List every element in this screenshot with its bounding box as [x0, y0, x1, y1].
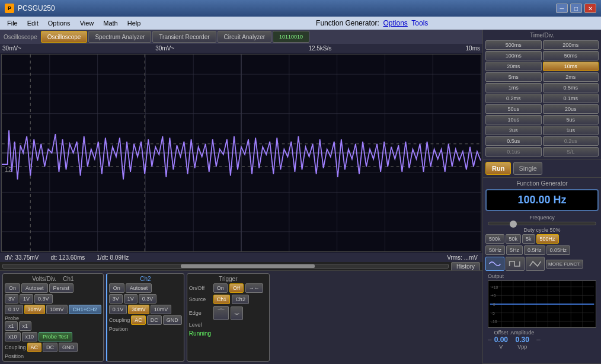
freq-50k[interactable]: 50k: [506, 234, 522, 244]
menu-view[interactable]: View: [75, 18, 99, 28]
menu-help[interactable]: Help: [123, 18, 146, 28]
time-500ms[interactable]: 500ms: [485, 40, 542, 50]
trigger-edge-fall-button[interactable]: ⌣: [231, 306, 243, 320]
ch1-ac-button[interactable]: AC: [27, 343, 42, 352]
minimize-button[interactable]: ─: [556, 4, 568, 13]
time-10us[interactable]: 10us: [485, 115, 542, 124]
ch2-30mv-button[interactable]: 30mV: [128, 305, 149, 314]
ch1-on-button[interactable]: On: [5, 283, 20, 293]
freq-5hz[interactable]: 5Hz: [506, 245, 523, 255]
ch1-3v-button[interactable]: 3V: [5, 294, 18, 304]
ch1-03v-button[interactable]: 0.3V: [34, 294, 53, 304]
amplitude-box: Amplitude 0.30 Vpp: [510, 330, 534, 350]
probe-x1-a-button[interactable]: x1: [5, 321, 18, 331]
probe-x10-b-button[interactable]: x10: [22, 332, 38, 341]
ch2-01v-button[interactable]: 0.1V: [109, 305, 127, 314]
time-2ms[interactable]: 2ms: [543, 72, 599, 82]
ch2-03v-button[interactable]: 0.3V: [139, 294, 157, 304]
trigger-ch2-button[interactable]: Ch2: [232, 295, 249, 304]
time-05ms[interactable]: 0.5ms: [543, 83, 599, 92]
trigger-ch1-button[interactable]: Ch1: [213, 295, 231, 304]
time-100ms[interactable]: 100ms: [485, 51, 542, 60]
history-button[interactable]: History: [451, 262, 480, 271]
time-200ms[interactable]: 200ms: [543, 40, 599, 50]
ch2-ac-button[interactable]: AC: [131, 315, 146, 325]
ch1-dc-button[interactable]: DC: [43, 343, 57, 352]
time-5us[interactable]: 5us: [543, 115, 599, 124]
time-1us[interactable]: 1us: [543, 126, 599, 135]
func-gen-tools-link[interactable]: Tools: [411, 19, 428, 27]
ch2-10mv-button[interactable]: 10mV: [151, 305, 172, 314]
freq-5k[interactable]: 5k: [522, 234, 535, 244]
menu-math[interactable]: Math: [98, 18, 122, 28]
ch2-1v-button[interactable]: 1V: [124, 294, 138, 304]
probe-x10-a-button[interactable]: x10: [5, 332, 21, 341]
ch1-autoset-button[interactable]: Autoset: [21, 283, 48, 293]
trigger-status: Running: [189, 330, 211, 337]
ch2-3v-button[interactable]: 3V: [109, 294, 123, 304]
tab-transient[interactable]: Transient Recorder: [152, 31, 216, 43]
ch1-1v-button[interactable]: 1V: [20, 294, 33, 304]
ch1-gnd-button[interactable]: GND: [59, 343, 78, 352]
ch2-autoset-button[interactable]: Autoset: [126, 283, 152, 293]
time-01ms[interactable]: 0.1ms: [543, 94, 599, 103]
wave-triangle-button[interactable]: [526, 257, 545, 271]
freq-slider[interactable]: [488, 222, 596, 225]
maximize-button[interactable]: □: [570, 4, 582, 13]
time-50us[interactable]: 50us: [485, 104, 542, 114]
ch1-01v-button[interactable]: 0.1V: [5, 305, 23, 314]
ch2-position-row: Position: [109, 326, 182, 332]
trigger-on-button[interactable]: On: [213, 283, 228, 293]
ch1-label: Volts/Div. Ch1: [5, 276, 101, 282]
trigger-arrow-button[interactable]: →←: [245, 283, 263, 293]
time-50ms[interactable]: 50ms: [543, 51, 599, 60]
menu-file[interactable]: File: [2, 18, 23, 28]
menu-options[interactable]: Options: [43, 18, 75, 28]
ch1-10mv-button[interactable]: 10mV: [46, 305, 68, 314]
time-10ms[interactable]: 10ms: [543, 62, 599, 71]
close-button[interactable]: ✕: [584, 4, 596, 13]
ch1-30mv-button[interactable]: 30mV: [24, 305, 46, 314]
ch2-gnd-button[interactable]: GND: [163, 315, 182, 325]
trigger-off-button[interactable]: Off: [229, 283, 244, 293]
time-05us[interactable]: 0.5us: [485, 136, 542, 146]
menu-edit[interactable]: Edit: [23, 18, 43, 28]
run-button[interactable]: Run: [485, 162, 511, 175]
func-gen-section: Function Generator 100.00 Hz Frequency D…: [483, 178, 601, 364]
persist-button[interactable]: Persist: [49, 283, 74, 293]
ch2-dc-button[interactable]: DC: [147, 315, 162, 325]
ch1ch2-button[interactable]: CH1+CH2: [69, 305, 101, 314]
freq-05hz[interactable]: 0.5Hz: [524, 245, 545, 255]
time-div-label: Time/Div.: [485, 32, 599, 39]
time-20us[interactable]: 20us: [543, 104, 599, 114]
freq-500k[interactable]: 500k: [485, 234, 504, 244]
freq-005hz[interactable]: 0.05Hz: [546, 245, 571, 255]
time-02us[interactable]: 0.2us: [543, 136, 599, 146]
time-1ms[interactable]: 1ms: [485, 83, 542, 92]
tab-binary[interactable]: 10110010: [273, 31, 309, 43]
scroll-thumb[interactable]: [181, 264, 314, 268]
time-01us[interactable]: 0.1us: [485, 147, 542, 157]
probe-x1-b-button[interactable]: x1: [19, 321, 32, 331]
more-funct-button[interactable]: MORE FUNCT.: [546, 260, 583, 269]
time-div-header: 10ms: [466, 45, 480, 52]
time-2us[interactable]: 2us: [485, 126, 542, 135]
tab-circuit[interactable]: Circuit Analyzer: [218, 31, 271, 43]
tab-spectrum[interactable]: Spectrum Analyzer: [88, 31, 151, 43]
wave-square-button[interactable]: [506, 257, 525, 271]
time-20ms[interactable]: 20ms: [485, 62, 542, 71]
freq-500hz[interactable]: 500Hz: [536, 234, 559, 244]
scroll-track[interactable]: [2, 264, 449, 269]
trigger-edge-rise-button[interactable]: ⌒: [213, 306, 229, 320]
time-sl[interactable]: S/L: [543, 147, 599, 157]
single-button[interactable]: Single: [513, 162, 542, 175]
probe-test-button[interactable]: Probe Test: [39, 332, 72, 341]
time-02ms[interactable]: 0.2ms: [485, 94, 542, 103]
title-bar: P PCSGU250 ─ □ ✕: [0, 0, 601, 17]
wave-sine-button[interactable]: [485, 257, 504, 271]
tab-oscilloscope[interactable]: Oscilloscope: [41, 31, 88, 43]
freq-50hz[interactable]: 50Hz: [485, 245, 505, 255]
ch2-on-button[interactable]: On: [109, 283, 124, 293]
func-gen-options-link[interactable]: Options: [383, 19, 407, 27]
time-5ms[interactable]: 5ms: [485, 72, 542, 82]
